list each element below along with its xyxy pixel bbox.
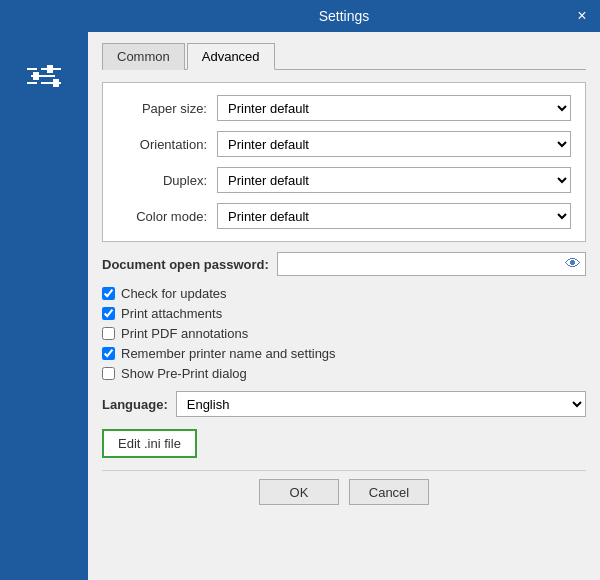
paper-size-label: Paper size: [117,101,217,116]
tab-common[interactable]: Common [102,43,185,70]
print-pdf-annotations-label: Print PDF annotations [121,326,248,341]
window-title: Settings [319,8,370,24]
edit-ini-button[interactable]: Edit .ini file [102,429,197,458]
print-pdf-annotations-checkbox[interactable] [102,327,115,340]
show-preprint-checkbox[interactable] [102,367,115,380]
main-panel: Settings × Common Advanced Paper size: P… [88,0,600,580]
color-mode-select[interactable]: Printer default Color Grayscale [217,203,571,229]
language-select[interactable]: English French German Spanish [176,391,586,417]
checkbox-show-preprint: Show Pre-Print dialog [102,366,586,381]
ok-button[interactable]: OK [259,479,339,505]
check-updates-label: Check for updates [121,286,227,301]
language-row: Language: English French German Spanish [102,391,586,417]
print-settings-box: Paper size: Printer default A4 Letter Or… [102,82,586,242]
orientation-select[interactable]: Printer default Portrait Landscape [217,131,571,157]
duplex-select[interactable]: Printer default None [217,167,571,193]
password-input-wrap: 👁 [277,252,586,276]
titlebar: Settings × [88,0,600,32]
checkbox-print-pdf-annotations: Print PDF annotations [102,326,586,341]
edit-ini-wrap: Edit .ini file [102,429,586,470]
app-window: Settings × Common Advanced Paper size: P… [0,0,600,580]
duplex-row: Duplex: Printer default None [117,167,571,193]
color-mode-row: Color mode: Printer default Color Graysc… [117,203,571,229]
checkbox-print-attachments: Print attachments [102,306,586,321]
language-label: Language: [102,397,168,412]
checkbox-remember-printer: Remember printer name and settings [102,346,586,361]
close-button[interactable]: × [572,6,592,26]
duplex-label: Duplex: [117,173,217,188]
paper-size-select[interactable]: Printer default A4 Letter [217,95,571,121]
cancel-button[interactable]: Cancel [349,479,429,505]
eye-icon[interactable]: 👁 [565,255,581,273]
sidebar [0,0,88,580]
print-attachments-label: Print attachments [121,306,222,321]
color-mode-label: Color mode: [117,209,217,224]
footer-buttons: OK Cancel [102,470,586,513]
password-label: Document open password: [102,257,269,272]
tab-bar: Common Advanced [102,42,586,70]
remember-printer-label: Remember printer name and settings [121,346,336,361]
remember-printer-checkbox[interactable] [102,347,115,360]
show-preprint-label: Show Pre-Print dialog [121,366,247,381]
print-attachments-checkbox[interactable] [102,307,115,320]
orientation-row: Orientation: Printer default Portrait La… [117,131,571,157]
password-row: Document open password: 👁 [102,252,586,276]
content-area: Common Advanced Paper size: Printer defa… [88,32,600,580]
paper-size-row: Paper size: Printer default A4 Letter [117,95,571,121]
settings-icon [19,60,69,92]
check-updates-checkbox[interactable] [102,287,115,300]
tab-advanced[interactable]: Advanced [187,43,275,70]
checkboxes-section: Check for updates Print attachments Prin… [102,286,586,381]
orientation-label: Orientation: [117,137,217,152]
password-input[interactable] [282,257,565,272]
checkbox-check-updates: Check for updates [102,286,586,301]
